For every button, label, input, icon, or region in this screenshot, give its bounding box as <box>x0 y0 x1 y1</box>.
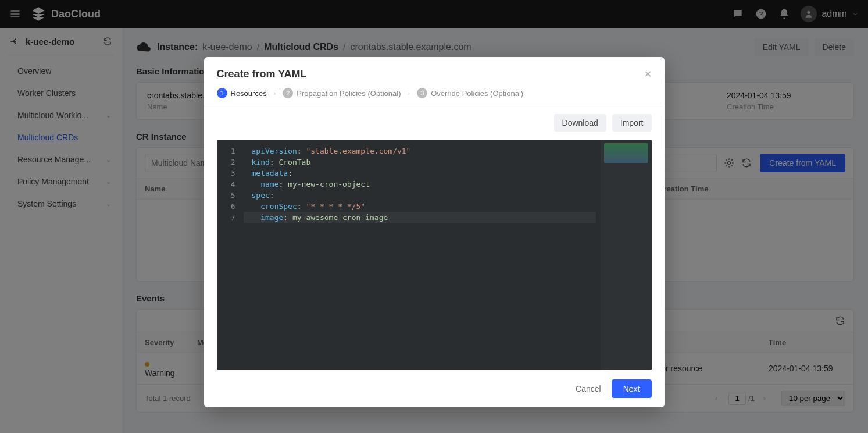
editor-minimap[interactable] <box>601 140 652 370</box>
step-propagation[interactable]: 2Propagation Policies (Optional) <box>283 88 401 98</box>
chevron-right-icon: › <box>408 90 410 97</box>
yaml-editor[interactable]: 1234567 apiVersion: "stable.example.com/… <box>217 140 652 370</box>
chevron-right-icon: › <box>274 90 276 97</box>
step-override[interactable]: 3Override Policies (Optional) <box>417 88 523 98</box>
next-button[interactable]: Next <box>612 379 652 398</box>
download-button[interactable]: Download <box>554 114 606 132</box>
modal-title: Create from YAML <box>217 68 307 80</box>
step-resources[interactable]: 1Resources <box>217 88 267 98</box>
create-yaml-modal: Create from YAML × 1Resources › 2Propaga… <box>204 57 665 407</box>
import-button[interactable]: Import <box>612 114 652 132</box>
cancel-button[interactable]: Cancel <box>576 384 601 393</box>
close-icon[interactable]: × <box>645 68 652 81</box>
modal-steps: 1Resources › 2Propagation Policies (Opti… <box>204 88 665 107</box>
